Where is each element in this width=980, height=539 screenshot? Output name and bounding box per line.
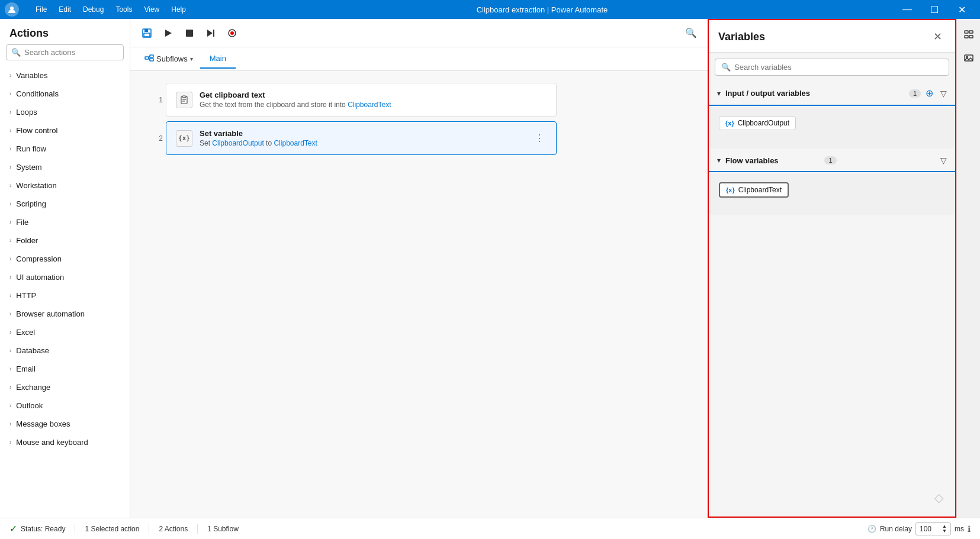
action-item-system[interactable]: › System — [0, 158, 130, 176]
status-ready: ✓ Status: Ready — [9, 523, 65, 534]
step-menu-button[interactable]: ⋮ — [532, 130, 547, 146]
action-item-label: Workstation — [16, 181, 56, 190]
chevron-icon: › — [9, 146, 11, 152]
save-button[interactable] — [137, 24, 156, 43]
action-item-run-flow[interactable]: › Run flow — [0, 140, 130, 158]
filter-icon[interactable]: ▽ — [940, 89, 947, 98]
action-item-label: UI automation — [16, 273, 64, 282]
right-icon-bar — [956, 19, 980, 518]
svg-marker-4 — [165, 30, 172, 37]
spinner-down-button[interactable]: ▼ — [942, 529, 947, 534]
status-ok-icon: ✓ — [9, 523, 17, 534]
menu-tools[interactable]: Tools — [111, 3, 137, 16]
chevron-icon: › — [9, 182, 11, 189]
action-item-email[interactable]: › Email — [0, 360, 130, 378]
search-icon: 🔍 — [11, 48, 21, 57]
flow-step-1[interactable]: 1 Get clipboard text Get the text from t… — [166, 83, 557, 117]
menu-file[interactable]: File — [31, 3, 52, 16]
step-content-2: Set variable Set ClipboardOutput to Clip… — [200, 129, 525, 147]
step-variable-link[interactable]: ClipboardText — [348, 101, 391, 109]
flow-variables-section-header[interactable]: ▾ Flow variables 1 ▽ — [709, 150, 955, 172]
variables-toggle-button[interactable] — [959, 25, 978, 44]
step-variable1-link[interactable]: ClipboardOutput — [212, 139, 264, 147]
action-item-workstation[interactable]: › Workstation — [0, 176, 130, 195]
variable-chip-clipboard-output[interactable]: {x} ClipboardOutput — [719, 116, 796, 130]
status-text: Status: Ready — [21, 525, 65, 533]
action-item-folder[interactable]: › Folder — [0, 231, 130, 250]
run-button[interactable] — [159, 24, 178, 43]
chevron-icon: › — [9, 421, 11, 427]
search-variables-input[interactable] — [734, 63, 943, 72]
action-item-message-boxes[interactable]: › Message boxes — [0, 415, 130, 433]
action-item-exchange[interactable]: › Exchange — [0, 378, 130, 396]
action-item-label: System — [16, 163, 41, 172]
action-item-ui-automation[interactable]: › UI automation — [0, 268, 130, 286]
action-item-label: Exchange — [16, 383, 50, 392]
action-item-browser-automation[interactable]: › Browser automation — [0, 305, 130, 323]
maximize-button[interactable]: ☐ — [921, 0, 948, 19]
search-icon: 🔍 — [685, 27, 697, 38]
run-delay-container: 🕐 Run delay 100 ▲ ▼ ms ℹ — [867, 522, 971, 535]
action-item-label: Folder — [16, 236, 38, 245]
subflows-count: 1 Subflow — [207, 525, 239, 533]
step-content-1: Get clipboard text Get the text from the… — [200, 91, 547, 109]
step-description: Set ClipboardOutput to ClipboardText — [200, 139, 525, 147]
canvas-area: 🔍 Subflows ▾ Main — [130, 19, 708, 518]
actions-search-box[interactable]: 🔍 — [6, 44, 124, 60]
search-actions-input[interactable] — [24, 48, 118, 57]
tab-main[interactable]: Main — [200, 49, 236, 69]
run-delay-value[interactable]: 100 — [920, 525, 931, 533]
action-item-label: Excel — [16, 328, 35, 337]
chevron-icon: › — [9, 384, 11, 390]
action-item-outlook[interactable]: › Outlook — [0, 396, 130, 415]
filter-icon[interactable]: ▽ — [940, 156, 947, 165]
chevron-icon: › — [9, 256, 11, 262]
chevron-icon: › — [9, 201, 11, 207]
action-item-database[interactable]: › Database — [0, 341, 130, 360]
variable-name: ClipboardOutput — [738, 119, 789, 127]
action-item-variables[interactable]: › Variables — [0, 66, 130, 85]
canvas-search-button[interactable]: 🔍 — [682, 24, 701, 43]
actions-list: › Variables › Conditionals › Loops › Flo… — [0, 66, 130, 518]
close-button[interactable]: ✕ — [948, 0, 975, 19]
input-output-section-header[interactable]: ▾ Input / output variables 1 ⊕ ▽ — [709, 82, 955, 106]
variable-icon: {x} — [726, 186, 735, 193]
step-icon-clipboard — [176, 92, 192, 108]
action-item-http[interactable]: › HTTP — [0, 286, 130, 305]
menu-debug[interactable]: Debug — [78, 3, 108, 16]
window-controls: — ☐ ✕ — [894, 0, 975, 19]
action-item-file[interactable]: › File — [0, 213, 130, 231]
status-separator — [149, 524, 149, 534]
variable-name: ClipboardText — [738, 186, 782, 194]
action-item-conditionals[interactable]: › Conditionals — [0, 85, 130, 103]
menu-edit[interactable]: Edit — [54, 3, 76, 16]
flow-step-2[interactable]: 2 {x} Set variable Set ClipboardOutput t… — [166, 121, 557, 155]
images-button[interactable] — [959, 49, 978, 67]
action-item-loops[interactable]: › Loops — [0, 103, 130, 121]
add-variable-button[interactable]: ⊕ — [926, 88, 933, 99]
record-button[interactable] — [223, 24, 242, 43]
svg-rect-7 — [213, 30, 214, 37]
next-button[interactable] — [201, 24, 220, 43]
action-item-scripting[interactable]: › Scripting — [0, 195, 130, 213]
action-item-mouse-keyboard[interactable]: › Mouse and keyboard — [0, 433, 130, 451]
action-item-excel[interactable]: › Excel — [0, 323, 130, 341]
menu-help[interactable]: Help — [166, 3, 191, 16]
subflows-chevron-icon: ▾ — [190, 56, 193, 62]
variable-chip-clipboard-text[interactable]: {x} ClipboardText — [719, 182, 789, 198]
total-actions-count: 2 Actions — [159, 525, 188, 533]
flow-variables-label: Flow variables — [725, 156, 820, 165]
subflows-button[interactable]: Subflows ▾ — [137, 50, 200, 69]
action-item-compression[interactable]: › Compression — [0, 250, 130, 268]
minimize-button[interactable]: — — [894, 0, 921, 19]
actions-panel: Actions 🔍 › Variables › Conditionals › L… — [0, 19, 130, 518]
step-number: 2 — [149, 134, 163, 143]
chevron-icon: › — [9, 91, 11, 97]
variables-close-button[interactable]: ✕ — [929, 28, 946, 45]
action-item-flow-control[interactable]: › Flow control — [0, 121, 130, 140]
menu-view[interactable]: View — [139, 3, 164, 16]
stop-button[interactable] — [180, 24, 199, 43]
window-title: Clipboard extraction | Power Automate — [203, 5, 882, 14]
step-variable2-link[interactable]: ClipboardText — [274, 139, 317, 147]
variables-search-box[interactable]: 🔍 — [715, 59, 949, 76]
